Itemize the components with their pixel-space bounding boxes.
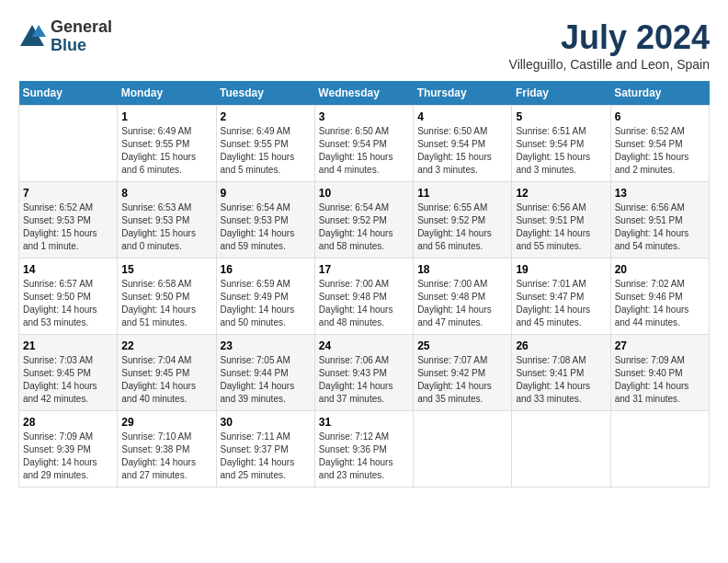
- day-info: Sunrise: 7:10 AM Sunset: 9:38 PM Dayligh…: [121, 431, 211, 482]
- calendar-cell: 29Sunrise: 7:10 AM Sunset: 9:38 PM Dayli…: [118, 411, 216, 488]
- day-info: Sunrise: 7:05 AM Sunset: 9:44 PM Dayligh…: [221, 354, 311, 406]
- calendar-table: SundayMondayTuesdayWednesdayThursdayFrid…: [18, 81, 710, 488]
- day-number: 13: [615, 187, 705, 200]
- day-info: Sunrise: 7:06 AM Sunset: 9:43 PM Dayligh…: [319, 354, 409, 406]
- week-row-2: 7Sunrise: 6:52 AM Sunset: 9:53 PM Daylig…: [19, 182, 710, 259]
- day-number: 27: [615, 339, 705, 352]
- calendar-cell: 27Sunrise: 7:09 AM Sunset: 9:40 PM Dayli…: [610, 335, 709, 411]
- calendar-cell: 9Sunrise: 6:54 AM Sunset: 9:53 PM Daylig…: [216, 182, 314, 259]
- day-number: 29: [121, 416, 211, 429]
- calendar-cell: 24Sunrise: 7:06 AM Sunset: 9:43 PM Dayli…: [314, 335, 413, 411]
- calendar-cell: 12Sunrise: 6:56 AM Sunset: 9:51 PM Dayli…: [512, 182, 610, 259]
- day-info: Sunrise: 6:53 AM Sunset: 9:53 PM Dayligh…: [121, 201, 211, 253]
- calendar-cell: 11Sunrise: 6:55 AM Sunset: 9:52 PM Dayli…: [414, 182, 512, 259]
- calendar-cell: 18Sunrise: 7:00 AM Sunset: 9:48 PM Dayli…: [414, 259, 512, 335]
- logo-blue-text: Blue: [51, 37, 112, 55]
- calendar-cell: 4Sunrise: 6:50 AM Sunset: 9:54 PM Daylig…: [414, 106, 512, 182]
- location-subtitle: Villeguillo, Castille and Leon, Spain: [509, 57, 710, 72]
- calendar-cell: 25Sunrise: 7:07 AM Sunset: 9:42 PM Dayli…: [414, 335, 512, 411]
- day-info: Sunrise: 6:56 AM Sunset: 9:51 PM Dayligh…: [516, 201, 606, 253]
- week-row-3: 14Sunrise: 6:57 AM Sunset: 9:50 PM Dayli…: [19, 259, 710, 335]
- calendar-cell: 2Sunrise: 6:49 AM Sunset: 9:55 PM Daylig…: [216, 106, 314, 182]
- day-header-friday: Friday: [512, 81, 610, 106]
- day-number: 7: [23, 187, 113, 200]
- day-info: Sunrise: 6:51 AM Sunset: 9:54 PM Dayligh…: [516, 125, 606, 177]
- day-info: Sunrise: 7:09 AM Sunset: 9:39 PM Dayligh…: [23, 431, 113, 482]
- day-number: 22: [121, 339, 211, 352]
- day-info: Sunrise: 7:09 AM Sunset: 9:40 PM Dayligh…: [615, 354, 705, 406]
- day-number: 2: [221, 110, 311, 123]
- day-number: 10: [319, 187, 409, 200]
- day-info: Sunrise: 6:54 AM Sunset: 9:53 PM Dayligh…: [221, 201, 311, 253]
- day-number: 26: [516, 339, 606, 352]
- day-number: 5: [516, 110, 606, 123]
- day-info: Sunrise: 6:56 AM Sunset: 9:51 PM Dayligh…: [615, 201, 705, 253]
- calendar-cell: 10Sunrise: 6:54 AM Sunset: 9:52 PM Dayli…: [314, 182, 413, 259]
- day-info: Sunrise: 6:59 AM Sunset: 9:49 PM Dayligh…: [221, 278, 311, 329]
- calendar-cell: 1Sunrise: 6:49 AM Sunset: 9:55 PM Daylig…: [118, 106, 216, 182]
- day-header-thursday: Thursday: [414, 81, 512, 106]
- calendar-cell: 3Sunrise: 6:50 AM Sunset: 9:54 PM Daylig…: [314, 106, 413, 182]
- logo-text: General Blue: [51, 18, 112, 55]
- day-number: 6: [615, 110, 705, 123]
- day-number: 23: [221, 339, 311, 352]
- day-number: 25: [417, 339, 507, 352]
- calendar-cell: 5Sunrise: 6:51 AM Sunset: 9:54 PM Daylig…: [512, 106, 610, 182]
- calendar-cell: 31Sunrise: 7:12 AM Sunset: 9:36 PM Dayli…: [314, 411, 413, 488]
- day-info: Sunrise: 6:57 AM Sunset: 9:50 PM Dayligh…: [23, 278, 113, 329]
- page-header: General Blue July 2024 Villeguillo, Cast…: [18, 18, 710, 72]
- day-info: Sunrise: 6:49 AM Sunset: 9:55 PM Dayligh…: [221, 125, 311, 177]
- day-number: 12: [516, 187, 606, 200]
- day-number: 19: [516, 263, 606, 276]
- calendar-cell: 17Sunrise: 7:00 AM Sunset: 9:48 PM Dayli…: [314, 259, 413, 335]
- calendar-cell: 15Sunrise: 6:58 AM Sunset: 9:50 PM Dayli…: [118, 259, 216, 335]
- calendar-cell: 8Sunrise: 6:53 AM Sunset: 9:53 PM Daylig…: [118, 182, 216, 259]
- calendar-cell: [610, 411, 709, 488]
- day-number: 17: [319, 263, 409, 276]
- day-number: 24: [319, 339, 409, 352]
- day-number: 3: [319, 110, 409, 123]
- calendar-cell: [19, 106, 118, 182]
- calendar-cell: 23Sunrise: 7:05 AM Sunset: 9:44 PM Dayli…: [216, 335, 314, 411]
- day-info: Sunrise: 7:08 AM Sunset: 9:41 PM Dayligh…: [516, 354, 606, 406]
- day-number: 9: [221, 187, 311, 200]
- calendar-body: 1Sunrise: 6:49 AM Sunset: 9:55 PM Daylig…: [19, 106, 710, 488]
- day-info: Sunrise: 6:52 AM Sunset: 9:54 PM Dayligh…: [615, 125, 705, 177]
- day-header-tuesday: Tuesday: [216, 81, 314, 106]
- day-number: 8: [121, 187, 211, 200]
- day-info: Sunrise: 7:07 AM Sunset: 9:42 PM Dayligh…: [417, 354, 507, 406]
- day-info: Sunrise: 6:50 AM Sunset: 9:54 PM Dayligh…: [417, 125, 507, 177]
- calendar-cell: 6Sunrise: 6:52 AM Sunset: 9:54 PM Daylig…: [610, 106, 709, 182]
- title-block: July 2024 Villeguillo, Castille and Leon…: [509, 18, 710, 72]
- day-header-saturday: Saturday: [610, 81, 709, 106]
- calendar-cell: 19Sunrise: 7:01 AM Sunset: 9:47 PM Dayli…: [512, 259, 610, 335]
- day-info: Sunrise: 7:12 AM Sunset: 9:36 PM Dayligh…: [319, 431, 409, 482]
- day-number: 20: [615, 263, 705, 276]
- day-info: Sunrise: 7:11 AM Sunset: 9:37 PM Dayligh…: [221, 431, 311, 482]
- calendar-cell: 30Sunrise: 7:11 AM Sunset: 9:37 PM Dayli…: [216, 411, 314, 488]
- day-info: Sunrise: 6:49 AM Sunset: 9:55 PM Dayligh…: [121, 125, 211, 177]
- day-number: 18: [417, 263, 507, 276]
- calendar-cell: 7Sunrise: 6:52 AM Sunset: 9:53 PM Daylig…: [19, 182, 118, 259]
- calendar-cell: 14Sunrise: 6:57 AM Sunset: 9:50 PM Dayli…: [19, 259, 118, 335]
- calendar-cell: 13Sunrise: 6:56 AM Sunset: 9:51 PM Dayli…: [610, 182, 709, 259]
- day-number: 21: [23, 339, 113, 352]
- calendar-cell: 26Sunrise: 7:08 AM Sunset: 9:41 PM Dayli…: [512, 335, 610, 411]
- day-header-wednesday: Wednesday: [314, 81, 413, 106]
- day-number: 28: [23, 416, 113, 429]
- day-number: 1: [121, 110, 211, 123]
- day-info: Sunrise: 7:04 AM Sunset: 9:45 PM Dayligh…: [121, 354, 211, 406]
- week-row-1: 1Sunrise: 6:49 AM Sunset: 9:55 PM Daylig…: [19, 106, 710, 182]
- day-info: Sunrise: 7:03 AM Sunset: 9:45 PM Dayligh…: [23, 354, 113, 406]
- calendar-cell: [414, 411, 512, 488]
- day-number: 4: [417, 110, 507, 123]
- day-info: Sunrise: 6:52 AM Sunset: 9:53 PM Dayligh…: [23, 201, 113, 253]
- day-info: Sunrise: 7:02 AM Sunset: 9:46 PM Dayligh…: [615, 278, 705, 329]
- calendar-header: SundayMondayTuesdayWednesdayThursdayFrid…: [19, 81, 710, 106]
- calendar-cell: 22Sunrise: 7:04 AM Sunset: 9:45 PM Dayli…: [118, 335, 216, 411]
- calendar-cell: 21Sunrise: 7:03 AM Sunset: 9:45 PM Dayli…: [19, 335, 118, 411]
- calendar-cell: [512, 411, 610, 488]
- day-number: 14: [23, 263, 113, 276]
- day-header-monday: Monday: [118, 81, 216, 106]
- day-header-sunday: Sunday: [19, 81, 118, 106]
